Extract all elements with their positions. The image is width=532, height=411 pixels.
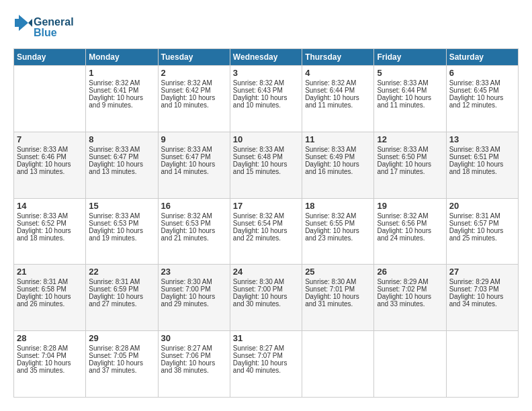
cell-text: and 12 minutes. xyxy=(449,101,515,109)
calendar-cell: 25Sunrise: 8:30 AMSunset: 7:01 PMDayligh… xyxy=(302,265,374,331)
calendar-header-tuesday: Tuesday xyxy=(158,49,230,66)
day-number: 26 xyxy=(377,267,443,277)
cell-text: and 19 minutes. xyxy=(89,234,154,242)
cell-text: Sunrise: 8:32 AM xyxy=(161,212,227,220)
calendar-cell: 27Sunrise: 8:29 AMSunset: 7:03 PMDayligh… xyxy=(446,265,518,331)
calendar-week-row: 1Sunrise: 8:32 AMSunset: 6:41 PMDaylight… xyxy=(14,66,519,132)
day-number: 23 xyxy=(161,267,227,277)
cell-text: Sunset: 6:57 PM xyxy=(449,220,515,227)
calendar-week-row: 14Sunrise: 8:33 AMSunset: 6:52 PMDayligh… xyxy=(14,198,519,265)
day-number: 28 xyxy=(17,333,83,343)
cell-text: Daylight: 10 hours xyxy=(233,227,299,234)
calendar-header-friday: Friday xyxy=(374,49,446,66)
calendar-cell: 2Sunrise: 8:32 AMSunset: 6:42 PMDaylight… xyxy=(158,66,230,132)
calendar-cell: 23Sunrise: 8:30 AMSunset: 7:00 PMDayligh… xyxy=(158,265,230,331)
cell-text: Sunrise: 8:29 AM xyxy=(377,278,443,285)
cell-text: Daylight: 10 hours xyxy=(305,227,371,234)
day-number: 21 xyxy=(17,267,83,277)
cell-text: Daylight: 10 hours xyxy=(161,359,227,367)
logo: GeneralBlue xyxy=(13,13,94,40)
calendar-cell: 9Sunrise: 8:33 AMSunset: 6:47 PMDaylight… xyxy=(158,132,230,198)
cell-text: Daylight: 10 hours xyxy=(233,161,299,168)
day-number: 7 xyxy=(17,134,83,144)
day-number: 11 xyxy=(305,134,371,144)
cell-text: Sunset: 6:48 PM xyxy=(233,153,299,161)
cell-text: Daylight: 10 hours xyxy=(377,293,443,300)
cell-text: and 22 minutes. xyxy=(233,234,299,242)
cell-text: and 11 minutes. xyxy=(377,101,443,109)
cell-text: Sunset: 6:43 PM xyxy=(233,87,299,94)
calendar-header-sunday: Sunday xyxy=(14,49,86,66)
calendar-cell: 14Sunrise: 8:33 AMSunset: 6:52 PMDayligh… xyxy=(14,198,86,265)
svg-marker-0 xyxy=(15,15,28,31)
cell-text: Daylight: 10 hours xyxy=(17,359,83,367)
cell-text: Daylight: 10 hours xyxy=(161,227,227,234)
calendar-week-row: 21Sunrise: 8:31 AMSunset: 6:58 PMDayligh… xyxy=(14,265,519,331)
day-number: 15 xyxy=(89,201,154,211)
cell-text: Sunset: 7:07 PM xyxy=(233,352,299,359)
cell-text: Daylight: 10 hours xyxy=(161,94,227,101)
cell-text: and 13 minutes. xyxy=(17,168,83,175)
day-number: 20 xyxy=(449,201,515,211)
cell-text: Sunset: 6:50 PM xyxy=(377,153,443,161)
logo-svg: GeneralBlue xyxy=(13,13,94,40)
cell-text: Daylight: 10 hours xyxy=(89,161,154,168)
calendar-cell: 24Sunrise: 8:30 AMSunset: 7:00 PMDayligh… xyxy=(230,265,302,331)
day-number: 16 xyxy=(161,201,227,211)
cell-text: Sunset: 7:06 PM xyxy=(161,352,227,359)
cell-text: Sunset: 6:58 PM xyxy=(17,285,83,293)
cell-text: Sunrise: 8:33 AM xyxy=(305,146,371,153)
cell-text: Sunrise: 8:28 AM xyxy=(17,345,83,352)
cell-text: Daylight: 10 hours xyxy=(233,94,299,101)
cell-text: Sunrise: 8:33 AM xyxy=(449,146,515,153)
cell-text: Sunrise: 8:32 AM xyxy=(305,79,371,87)
cell-text: Daylight: 10 hours xyxy=(377,94,443,101)
cell-text: Sunset: 6:55 PM xyxy=(305,220,371,227)
cell-text: and 17 minutes. xyxy=(377,168,443,175)
day-number: 31 xyxy=(233,333,299,343)
calendar-cell: 5Sunrise: 8:33 AMSunset: 6:44 PMDaylight… xyxy=(374,66,446,132)
day-number: 6 xyxy=(449,68,515,78)
calendar-cell: 15Sunrise: 8:33 AMSunset: 6:53 PMDayligh… xyxy=(86,198,158,265)
cell-text: Sunset: 7:03 PM xyxy=(449,285,515,293)
day-number: 19 xyxy=(377,201,443,211)
cell-text: Sunrise: 8:30 AM xyxy=(305,278,371,285)
day-number: 17 xyxy=(233,201,299,211)
cell-text: Sunrise: 8:31 AM xyxy=(449,212,515,220)
calendar-cell xyxy=(14,66,86,132)
cell-text: Daylight: 10 hours xyxy=(449,161,515,168)
day-number: 24 xyxy=(233,267,299,277)
calendar-cell xyxy=(302,331,374,398)
cell-text: Sunrise: 8:32 AM xyxy=(89,79,154,87)
day-number: 4 xyxy=(305,68,371,78)
cell-text: and 18 minutes. xyxy=(17,234,83,242)
cell-text: Sunrise: 8:32 AM xyxy=(377,212,443,220)
cell-text: and 33 minutes. xyxy=(377,300,443,308)
cell-text: Daylight: 10 hours xyxy=(161,161,227,168)
cell-text: Daylight: 10 hours xyxy=(449,227,515,234)
cell-text: and 16 minutes. xyxy=(305,168,371,175)
cell-text: Sunrise: 8:30 AM xyxy=(161,278,227,285)
cell-text: and 35 minutes. xyxy=(17,367,83,374)
cell-text: Sunrise: 8:28 AM xyxy=(89,345,154,352)
cell-text: Sunrise: 8:31 AM xyxy=(89,278,154,285)
cell-text: Sunrise: 8:31 AM xyxy=(17,278,83,285)
cell-text: Sunrise: 8:27 AM xyxy=(161,345,227,352)
calendar-header-saturday: Saturday xyxy=(446,49,518,66)
cell-text: Daylight: 10 hours xyxy=(377,227,443,234)
cell-text: and 18 minutes. xyxy=(449,168,515,175)
cell-text: and 24 minutes. xyxy=(377,234,443,242)
day-number: 14 xyxy=(17,201,83,211)
day-number: 2 xyxy=(161,68,227,78)
calendar-week-row: 7Sunrise: 8:33 AMSunset: 6:46 PMDaylight… xyxy=(14,132,519,198)
calendar-header-thursday: Thursday xyxy=(302,49,374,66)
calendar-cell: 20Sunrise: 8:31 AMSunset: 6:57 PMDayligh… xyxy=(446,198,518,265)
cell-text: Sunset: 6:44 PM xyxy=(377,87,443,94)
cell-text: Daylight: 10 hours xyxy=(89,293,154,300)
calendar-cell: 11Sunrise: 8:33 AMSunset: 6:49 PMDayligh… xyxy=(302,132,374,198)
calendar-cell: 28Sunrise: 8:28 AMSunset: 7:04 PMDayligh… xyxy=(14,331,86,398)
cell-text: and 26 minutes. xyxy=(17,300,83,308)
day-number: 8 xyxy=(89,134,154,144)
cell-text: Sunset: 6:59 PM xyxy=(89,285,154,293)
cell-text: Sunrise: 8:27 AM xyxy=(233,345,299,352)
